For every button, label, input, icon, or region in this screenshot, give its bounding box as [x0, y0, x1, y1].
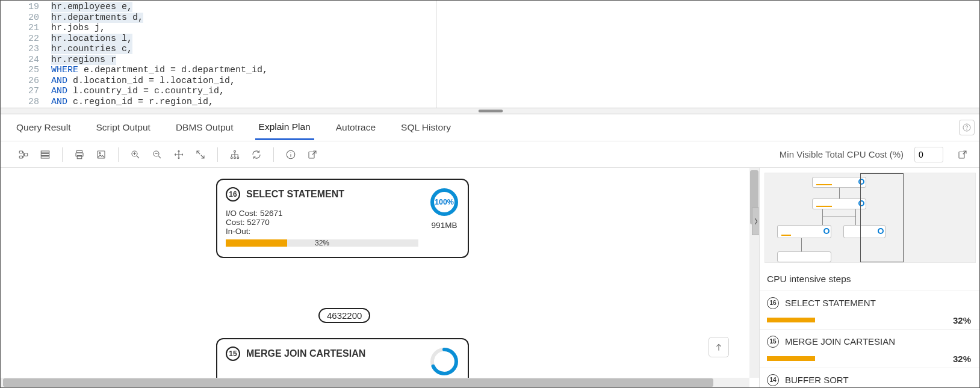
splitter-grip-icon — [479, 109, 503, 112]
line-number: 20 — [17, 13, 51, 23]
code-line[interactable]: 24hr.regions r — [17, 55, 979, 66]
cpu-step-item[interactable]: 16 SELECT STATEMENT 32% — [760, 291, 980, 330]
code-line[interactable]: 21hr.jobs j, — [17, 23, 979, 34]
code-text: hr.employees e, — [51, 2, 132, 13]
fullscreen-button[interactable] — [192, 146, 209, 163]
svg-rect-21 — [959, 152, 964, 158]
step-badge: 14 — [767, 374, 779, 386]
layout-list-button[interactable] — [37, 146, 54, 163]
svg-rect-5 — [41, 151, 49, 153]
node-inout: In-Out: — [226, 227, 459, 236]
editor-vertical-divider — [436, 1, 436, 108]
line-number: 26 — [17, 76, 51, 87]
code-text: hr.jobs j, — [51, 23, 105, 34]
zoom-out-icon — [152, 149, 163, 160]
code-text: AND d.location_id = l.location_id, — [51, 76, 235, 87]
cpu-step-item[interactable]: 14 BUFFER SORT — [760, 368, 980, 387]
code-line[interactable]: 27AND l.country_id = c.country_id, — [17, 86, 979, 97]
line-number: 27 — [17, 86, 51, 97]
svg-point-17 — [234, 156, 236, 158]
popout-icon — [957, 149, 968, 160]
node-title: MERGE JOIN CARTESIAN — [246, 348, 365, 359]
svg-rect-4 — [25, 153, 28, 156]
sidebar-collapse-handle[interactable] — [752, 208, 760, 235]
step-label: SELECT STATEMENT — [785, 298, 876, 308]
line-number: 22 — [17, 34, 51, 45]
code-line[interactable]: 20hr.departments d, — [17, 13, 979, 23]
step-badge: 15 — [767, 336, 779, 348]
min-cost-input[interactable] — [914, 147, 943, 162]
open-external-button[interactable] — [304, 146, 321, 163]
svg-rect-2 — [19, 151, 22, 153]
refresh-button[interactable] — [248, 146, 265, 163]
external-link-icon — [307, 149, 318, 160]
hierarchy-button[interactable] — [226, 146, 243, 163]
svg-rect-10 — [77, 155, 82, 158]
step-cpu-pct: 32% — [953, 354, 971, 364]
step-label: MERGE JOIN CARTESIAN — [785, 336, 895, 346]
print-icon — [74, 149, 85, 160]
step-cpu-bar — [767, 356, 815, 361]
code-text: hr.countries c, — [51, 44, 132, 55]
code-line[interactable]: 26AND d.location_id = l.location_id, — [17, 76, 979, 87]
tab-autotrace[interactable]: Autotrace — [332, 116, 379, 139]
toolbar-separator — [118, 147, 119, 162]
info-button[interactable] — [282, 146, 299, 163]
tab-sql-history[interactable]: SQL History — [397, 116, 454, 139]
help-button[interactable] — [959, 120, 975, 135]
svg-rect-7 — [41, 156, 49, 158]
save-image-button[interactable] — [93, 146, 110, 163]
svg-point-15 — [234, 150, 236, 152]
step-badge: 16 — [767, 297, 779, 309]
scroll-to-top-button[interactable] — [709, 337, 729, 357]
node-cost: Cost: 52770 — [226, 218, 459, 227]
plan-canvas[interactable]: 16 SELECT STATEMENT I/O Cost: 52671 Cost… — [1, 168, 759, 387]
scrollbar-thumb[interactable] — [3, 378, 713, 387]
tab-query-result[interactable]: Query Result — [13, 116, 74, 139]
toolbar-separator — [273, 147, 274, 162]
plan-work-area: 16 SELECT STATEMENT I/O Cost: 52671 Cost… — [1, 168, 980, 387]
horizontal-scrollbar[interactable] — [1, 378, 749, 387]
cpu-steps-sidebar: CPU intensive steps 16 SELECT STATEMENT … — [759, 168, 980, 387]
zoom-in-icon — [130, 149, 141, 160]
svg-point-16 — [231, 156, 232, 158]
code-line[interactable]: 19hr.employees e, — [17, 2, 979, 13]
plan-minimap[interactable] — [760, 168, 980, 268]
print-button[interactable] — [71, 146, 88, 163]
layout-tree-button[interactable] — [15, 146, 32, 163]
node-cpu-bar: 32% — [226, 239, 418, 247]
tab-dbms-output[interactable]: DBMS Output — [172, 116, 237, 139]
node-ring: 100% — [429, 187, 459, 217]
svg-point-18 — [237, 156, 239, 158]
line-number: 23 — [17, 44, 51, 55]
step-cpu-pct: 32% — [953, 315, 971, 325]
info-icon — [285, 149, 296, 160]
toolbar-separator — [217, 147, 218, 162]
min-cost-label: Min Visible Total CPU Cost (%) — [780, 149, 904, 159]
move-icon — [173, 149, 184, 160]
code-line[interactable]: 22hr.locations l, — [17, 34, 979, 45]
code-text: AND l.country_id = c.country_id, — [51, 86, 225, 97]
toolbar-separator — [62, 147, 63, 162]
arrow-up-icon — [714, 342, 724, 352]
zoom-in-button[interactable] — [127, 146, 144, 163]
plan-node-select-statement[interactable]: 16 SELECT STATEMENT I/O Cost: 52671 Cost… — [216, 179, 469, 258]
edge-rows-label: 4632200 — [318, 308, 370, 323]
cpu-step-list[interactable]: 16 SELECT STATEMENT 32% 15 MERGE JOIN CA… — [760, 291, 980, 387]
zoom-out-button[interactable] — [149, 146, 166, 163]
step-label: BUFFER SORT — [785, 375, 849, 385]
code-line[interactable]: 23hr.countries c, — [17, 44, 979, 55]
vertical-scrollbar[interactable] — [749, 168, 759, 378]
tab-script-output[interactable]: Script Output — [92, 116, 154, 139]
sidebar-title: CPU intensive steps — [760, 268, 980, 291]
popout-button[interactable] — [954, 146, 971, 163]
tab-explain-plan[interactable]: Explain Plan — [255, 115, 314, 140]
horizontal-splitter[interactable] — [1, 108, 980, 114]
pan-button[interactable] — [170, 146, 187, 163]
cpu-step-item[interactable]: 15 MERGE JOIN CARTESIAN 32% — [760, 330, 980, 368]
code-line[interactable]: 28AND c.region_id = r.region_id, — [17, 97, 979, 108]
sql-editor[interactable]: 19hr.employees e,20hr.departments d,21hr… — [1, 1, 979, 108]
node-cpu-pct: 32% — [315, 239, 329, 247]
help-icon — [962, 123, 972, 132]
code-line[interactable]: 25WHERE e.department_id = d.department_i… — [17, 65, 979, 76]
